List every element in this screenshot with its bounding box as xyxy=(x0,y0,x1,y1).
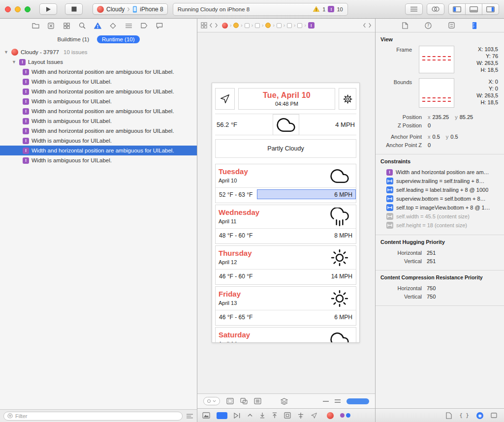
adapt-preview-icon[interactable] xyxy=(234,413,241,419)
bounds-h[interactable]: H: 18,5 xyxy=(476,99,498,106)
summary-box[interactable]: Partly Cloudy xyxy=(215,139,356,158)
sun-icon[interactable] xyxy=(329,248,350,267)
assistant-editor-button[interactable] xyxy=(427,3,444,15)
constraint-item[interactable]: superview.trailing = self.trailing + 8… xyxy=(386,177,498,185)
recent-issues-icon[interactable] xyxy=(186,413,193,419)
file-template-library-icon[interactable] xyxy=(446,412,452,419)
source-control-navigator-icon[interactable] xyxy=(46,21,56,30)
constraint-item[interactable]: self.top = imageView.bottom + 8 @ 1… xyxy=(386,203,498,212)
stack-view-icon[interactable] xyxy=(281,398,288,405)
frame-h[interactable]: H: 18,5 xyxy=(476,66,498,73)
runtime-issue-dot[interactable] xyxy=(340,413,345,418)
warning-icon[interactable] xyxy=(313,5,320,13)
anchor-y-value[interactable]: 0.5 xyxy=(450,134,458,140)
selection-dot[interactable] xyxy=(346,413,350,418)
header-time-label[interactable]: 04:48 PM xyxy=(275,101,298,107)
standard-editor-button[interactable] xyxy=(405,3,423,15)
zoom-fit-icon[interactable] xyxy=(335,399,341,403)
scheme-selector[interactable]: Cloudy iPhone 8 xyxy=(93,3,168,15)
breakpoint-navigator-icon[interactable] xyxy=(139,21,149,30)
frame-w[interactable]: W: 263,5 xyxy=(476,60,498,66)
prev-issue-icon[interactable] xyxy=(363,23,366,28)
forward-icon[interactable] xyxy=(215,23,218,28)
day-wind-label[interactable]: 8 MPH xyxy=(334,232,352,239)
next-issue-icon[interactable] xyxy=(368,23,372,28)
related-items-icon[interactable] xyxy=(201,22,207,29)
size-inspector-icon[interactable] xyxy=(472,22,477,30)
issue-navigator-icon[interactable] xyxy=(93,21,102,30)
file-inspector-icon[interactable] xyxy=(402,22,408,29)
media-icon[interactable] xyxy=(202,412,210,419)
toggle-debug-area-button[interactable] xyxy=(465,3,482,15)
bounds-values[interactable]: X: 0 Y: 0 W: 263,5 H: 18,5 xyxy=(476,78,498,106)
interface-builder-canvas[interactable]: Tue, April 10 04:48 PM 56.2 °F 4 MPH Par… xyxy=(197,32,375,393)
toggle-navigator-button[interactable] xyxy=(448,3,466,15)
day-temps-label[interactable]: 46 °F - 65 °F xyxy=(219,314,252,321)
view-controller-canvas[interactable]: Tue, April 10 04:48 PM 56.2 °F 4 MPH Par… xyxy=(212,83,360,343)
view-icon[interactable] xyxy=(255,23,260,28)
disclosure-triangle-icon[interactable]: ▼ xyxy=(4,50,9,55)
issue-row[interactable]: Width is ambiguous for UILabel. xyxy=(0,116,197,126)
project-navigator-icon[interactable] xyxy=(31,21,40,30)
day-row[interactable]: Tuesday April 10 52 °F - 63 °F 6 MPH xyxy=(215,164,356,203)
issue-badge-icon[interactable] xyxy=(308,22,315,29)
project-row[interactable]: ▼ Cloudy - 37977 10 issues xyxy=(0,47,197,57)
debug-navigator-icon[interactable] xyxy=(124,21,133,30)
close-window-button[interactable] xyxy=(5,6,11,12)
constraint-item[interactable]: superview.bottom = self.bottom + 8… xyxy=(386,194,498,203)
constraint-item-disabled[interactable]: self.width = 45.5 (content size) xyxy=(386,212,498,221)
test-navigator-icon[interactable] xyxy=(108,21,118,30)
day-temps-label[interactable]: 52 °F - 63 °F xyxy=(219,191,252,198)
issue-group-row[interactable]: ▼ Layout Issues xyxy=(0,57,197,67)
filter-field[interactable] xyxy=(3,412,183,421)
scope-buildtime[interactable]: Buildtime (1) xyxy=(57,36,89,42)
location-button[interactable] xyxy=(215,88,235,110)
collapse-icon[interactable] xyxy=(247,413,253,419)
zoom-slider[interactable] xyxy=(346,398,369,404)
disclosure-triangle-icon[interactable]: ▼ xyxy=(12,60,17,64)
minimize-window-button[interactable] xyxy=(15,6,21,12)
bounds-y[interactable]: Y: 0 xyxy=(476,85,498,92)
summary-label[interactable]: Partly Cloudy xyxy=(267,145,304,152)
issue-row[interactable]: Width and horizontal position are ambigu… xyxy=(0,67,197,77)
symbol-navigator-icon[interactable] xyxy=(62,21,71,30)
cloud-icon[interactable] xyxy=(329,330,350,343)
quick-help-inspector-icon[interactable]: ? xyxy=(425,22,432,29)
frame-values[interactable]: X: 103,5 Y: 76 W: 263,5 H: 18,5 xyxy=(476,46,498,73)
view-controller-icon[interactable] xyxy=(233,23,239,28)
location-arrow-icon[interactable] xyxy=(311,412,317,419)
day-row[interactable]: Saturday April 14 xyxy=(215,327,356,343)
issue-row[interactable]: Width and horizontal position are ambigu… xyxy=(0,106,197,116)
view-icon[interactable] xyxy=(287,23,292,28)
day-temps-label[interactable]: 46 °F - 60 °F xyxy=(219,273,252,280)
header-date-label[interactable]: Tue, April 10 xyxy=(263,91,311,100)
constraint-item-disabled[interactable]: self.height = 18 (content size) xyxy=(386,221,498,230)
back-icon[interactable] xyxy=(209,23,213,28)
constraint-warning-item[interactable]: Width and horizontal position are am… xyxy=(386,168,498,177)
issue-row-selected[interactable]: Width and horizontal position are ambigu… xyxy=(0,146,197,155)
adjust-frames-icon[interactable] xyxy=(240,398,248,404)
current-conditions[interactable]: 56.2 °F 4 MPH xyxy=(215,114,356,135)
embed-stack-icon[interactable] xyxy=(254,398,261,404)
stop-button[interactable] xyxy=(65,3,83,15)
view-icon[interactable] xyxy=(297,23,302,28)
compression-vertical-value[interactable]: 750 xyxy=(427,294,436,300)
current-weather-imageview[interactable] xyxy=(273,114,299,135)
runtime-issue-count[interactable]: 10 xyxy=(337,6,343,12)
toggle-inspector-button[interactable] xyxy=(482,3,499,15)
code-snippet-library-icon[interactable]: { } xyxy=(459,412,469,419)
rain-icon[interactable] xyxy=(329,208,350,226)
issue-row[interactable]: Width and horizontal position are ambigu… xyxy=(0,126,197,136)
z-position-value[interactable]: 0 xyxy=(428,122,431,128)
position-x-value[interactable]: 235.25 xyxy=(433,114,449,120)
anchor-z-value[interactable]: 0 xyxy=(428,142,431,148)
run-button[interactable] xyxy=(39,3,57,15)
frame-diagram[interactable] xyxy=(419,46,454,73)
cloud-icon[interactable] xyxy=(329,167,350,185)
arrow-down-icon[interactable] xyxy=(259,412,265,419)
day-wind-label[interactable]: 14 MPH xyxy=(331,273,352,280)
settings-button[interactable] xyxy=(339,88,356,110)
filter-input[interactable] xyxy=(15,413,179,419)
day-row[interactable]: Friday April 13 46 °F - 65 °F 6 MPH xyxy=(215,286,356,326)
hugging-horizontal-value[interactable]: 251 xyxy=(427,250,436,256)
